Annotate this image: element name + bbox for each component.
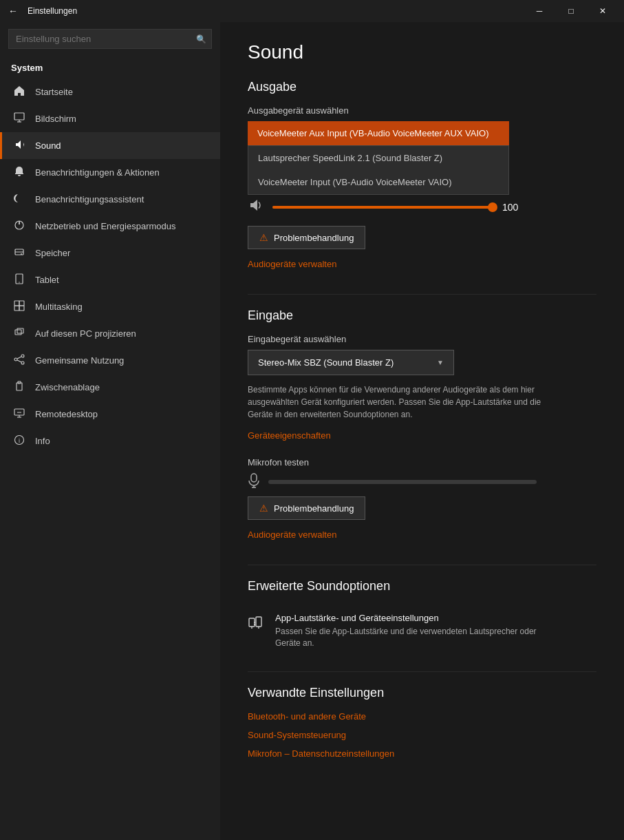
chevron-down-icon: ▼: [437, 359, 444, 366]
multitasking-icon: [13, 300, 25, 313]
sidebar: 🔍 System Startseite Bildschirm Sound: [0, 22, 220, 840]
svg-point-7: [21, 253, 22, 255]
ausgabe-dropdown-container: VoiceMeeter Aux Input (VB-Audio VoiceMee…: [248, 121, 596, 145]
ausgabe-dropdown-selected[interactable]: VoiceMeeter Aux Input (VB-Audio VoiceMee…: [248, 121, 509, 145]
geraet-properties-link-2[interactable]: Geräteeigenschaften: [248, 430, 331, 441]
sidebar-item-gemeinsame[interactable]: Gemeinsame Nutzung: [0, 347, 220, 374]
project-icon: [13, 327, 25, 340]
app-settings-row[interactable]: App-Lautstärke- und Geräteeinstellungen …: [248, 605, 596, 658]
ausgabe-label: Ausgabegerät auswählen: [248, 105, 596, 116]
sidebar-label-sound: Sound: [35, 140, 61, 151]
volume-value: 100: [502, 202, 523, 213]
sidebar-label-info: Info: [35, 436, 50, 446]
volume-row: 100: [248, 198, 596, 216]
app-settings-text: App-Lautstärke- und Geräteeinstellungen …: [275, 613, 537, 649]
sidebar-label-tablet: Tablet: [35, 275, 59, 285]
app-settings-title: App-Lautstärke- und Geräteeinstellungen: [275, 613, 537, 623]
sound-system-link[interactable]: Sound-Systemsteuerung: [248, 730, 596, 740]
remote-icon: [13, 408, 25, 421]
divider-3: [248, 671, 596, 672]
sidebar-item-tablet[interactable]: Tablet: [0, 266, 220, 293]
svg-rect-14: [15, 330, 21, 335]
erweiterte-title: Erweiterte Soundoptionen: [248, 579, 596, 594]
window-controls: ─ □ ✕: [524, 0, 618, 22]
svg-text:i: i: [19, 437, 20, 444]
ausgabe-dropdown-list: Lautsprecher SpeedLink 2.1 (Sound Blaste…: [248, 145, 509, 195]
bluetooth-link[interactable]: Bluetooth- und andere Geräte: [248, 711, 596, 722]
sidebar-label-netzbetrieb: Netzbetrieb und Energiesparmodus: [35, 221, 176, 231]
sidebar-item-benachrichtigungen[interactable]: Benachrichtigungen & Aktionen: [0, 159, 220, 186]
sidebar-label-zwischenablage: Zwischenablage: [35, 382, 100, 392]
mikrofon-label: Mikrofon testen: [248, 457, 596, 468]
sidebar-item-sound[interactable]: Sound: [0, 132, 220, 159]
moon-icon: [13, 193, 25, 206]
volume-icon: [248, 198, 263, 216]
sidebar-label-bildschirm: Bildschirm: [35, 114, 76, 124]
svg-rect-32: [249, 618, 255, 627]
close-button[interactable]: ✕: [587, 0, 618, 22]
main-container: 🔍 System Startseite Bildschirm Sound: [0, 22, 624, 840]
eingabe-dropdown[interactable]: Stereo-Mix SBZ (Sound Blaster Z) ▼: [248, 350, 454, 375]
search-input[interactable]: [8, 29, 212, 49]
svg-line-19: [17, 357, 21, 359]
sidebar-label-multitasking: Multitasking: [35, 302, 83, 312]
sidebar-item-multitasking[interactable]: Multitasking: [0, 293, 220, 320]
sound-icon: [13, 139, 25, 152]
verwandte-title: Verwandte Einstellungen: [248, 686, 596, 700]
app-settings-desc: Passen Sie die App-Lautstärke und die ve…: [275, 626, 537, 649]
sidebar-item-info[interactable]: i Info: [0, 428, 220, 454]
sidebar-item-speicher[interactable]: Speicher: [0, 240, 220, 266]
problembehandlung-label-2: Problembehandlung: [274, 503, 354, 514]
ausgabe-option-2[interactable]: VoiceMeeter Input (VB-Audio VoiceMeeter …: [248, 170, 508, 194]
sidebar-item-bildschirm[interactable]: Bildschirm: [0, 105, 220, 132]
display-icon: [13, 112, 25, 125]
mikrofon-test-bar: [268, 480, 537, 484]
back-button[interactable]: ←: [6, 3, 21, 19]
divider-2: [248, 565, 596, 565]
problembehandlung-button-1[interactable]: ⚠ Problembehandlung: [248, 226, 365, 249]
sidebar-item-projizieren[interactable]: Auf diesen PC projizieren: [0, 320, 220, 347]
maximize-button[interactable]: □: [555, 0, 587, 22]
eingabe-title: Eingabe: [248, 308, 596, 323]
svg-point-9: [19, 282, 19, 282]
eingabe-label: Eingabegerät auswählen: [248, 334, 596, 344]
ausgabe-option-1[interactable]: Lautsprecher SpeedLink 2.1 (Sound Blaste…: [248, 146, 508, 170]
sidebar-label-benachrichtigungen: Benachrichtigungen & Aktionen: [35, 167, 160, 178]
svg-rect-33: [256, 617, 261, 627]
divider-1: [248, 294, 596, 295]
svg-rect-13: [19, 306, 24, 311]
svg-point-18: [21, 361, 24, 364]
sidebar-item-remotedesktop[interactable]: Remotedesktop: [0, 401, 220, 428]
sidebar-item-zwischenablage[interactable]: Zwischenablage: [0, 374, 220, 401]
volume-slider-track[interactable]: [272, 206, 493, 209]
sidebar-item-netzbetrieb[interactable]: Netzbetrieb und Energiesparmodus: [0, 213, 220, 240]
eingabe-dropdown-value: Stereo-Mix SBZ (Sound Blaster Z): [258, 357, 394, 368]
sidebar-label-startseite: Startseite: [35, 87, 73, 97]
svg-point-16: [21, 355, 24, 357]
share-icon: [13, 354, 25, 367]
sidebar-label-projizieren: Auf diesen PC projizieren: [35, 328, 136, 339]
sidebar-item-startseite[interactable]: Startseite: [0, 78, 220, 105]
volume-slider-thumb[interactable]: [488, 202, 497, 212]
problembehandlung-label-1: Problembehandlung: [274, 233, 354, 243]
sidebar-label-remotedesktop: Remotedesktop: [35, 409, 98, 419]
problembehandlung-button-2[interactable]: ⚠ Problembehandlung: [248, 496, 365, 520]
audiogerate-link-1[interactable]: Audiogeräte verwalten: [248, 259, 336, 269]
svg-rect-21: [17, 383, 22, 390]
eingabe-description: Bestimmte Apps können für die Verwendung…: [248, 384, 544, 421]
content-area: Sound Ausgabe Ausgabegerät auswählen Voi…: [220, 22, 624, 840]
minimize-button[interactable]: ─: [524, 0, 555, 22]
audiogerate-link-2[interactable]: Audiogeräte verwalten: [248, 529, 336, 540]
svg-rect-11: [19, 301, 24, 306]
mikrofon-link[interactable]: Mikrofon – Datenschutzeinstellungen: [248, 748, 596, 759]
sidebar-section-label: System: [0, 59, 220, 78]
clipboard-icon: [13, 381, 25, 394]
home-icon: [13, 85, 25, 98]
search-icon: 🔍: [196, 34, 206, 44]
sidebar-label-benachrichtigungsassistent: Benachrichtigungsassistent: [35, 194, 144, 204]
sidebar-label-gemeinsame: Gemeinsame Nutzung: [35, 355, 124, 366]
microphone-icon: [248, 473, 260, 491]
sidebar-item-benachrichtigungsassistent[interactable]: Benachrichtigungsassistent: [0, 186, 220, 213]
tablet-icon: [13, 273, 25, 286]
page-title: Sound: [248, 41, 596, 63]
